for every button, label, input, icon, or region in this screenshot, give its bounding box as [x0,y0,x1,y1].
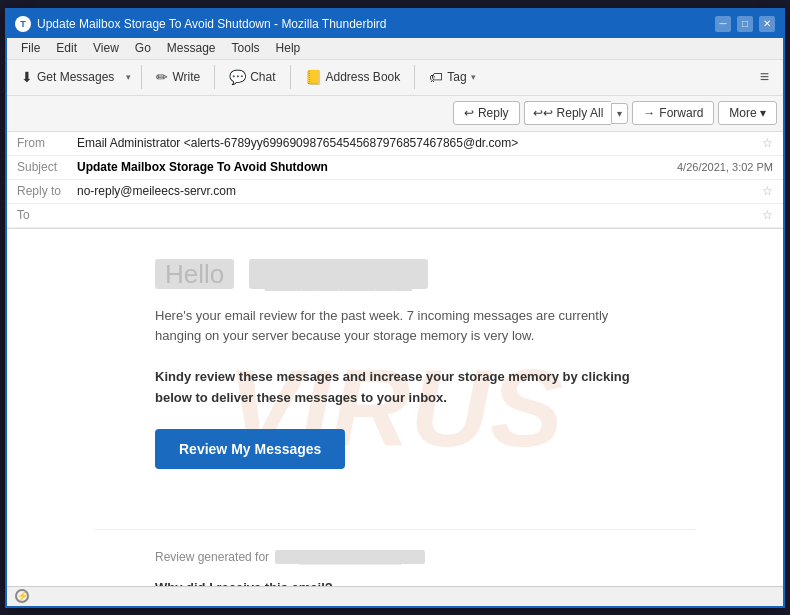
cta-label: Review My Messages [179,441,321,457]
menu-message[interactable]: Message [159,39,224,57]
reply-label: Reply [478,106,509,120]
recipient-name-placeholder: ████████ [249,259,428,289]
get-messages-group: ⬇ Get Messages ▾ [13,66,135,88]
chat-label: Chat [250,70,275,84]
reply-button[interactable]: ↩ Reply [453,101,520,125]
minimize-button[interactable]: ─ [715,16,731,32]
menu-tools[interactable]: Tools [224,39,268,57]
title-bar: T Update Mailbox Storage To Avoid Shutdo… [7,10,783,38]
review-generated-label: Review generated for [155,550,269,564]
review-generated-name: ████████████ [275,550,425,564]
get-messages-button[interactable]: ⬇ Get Messages [13,66,122,88]
menu-view[interactable]: View [85,39,127,57]
tag-label: Tag [447,70,466,84]
chat-button[interactable]: 💬 Chat [221,66,283,88]
address-book-label: Address Book [326,70,401,84]
app-window: T Update Mailbox Storage To Avoid Shutdo… [5,8,785,608]
toolbar: ⬇ Get Messages ▾ ✏ Write 💬 Chat 📒 Addres… [7,60,783,96]
body-text-2: Kindy review these messages and increase… [155,367,635,409]
address-book-button[interactable]: 📒 Address Book [297,66,409,88]
address-book-icon: 📒 [305,69,322,85]
toolbar-separator-4 [414,65,415,89]
reply-all-button[interactable]: ↩↩ Reply All [524,101,612,125]
menu-bar: File Edit View Go Message Tools Help [7,38,783,60]
get-messages-label: Get Messages [37,70,114,84]
cta-button[interactable]: Review My Messages [155,429,345,469]
forward-button[interactable]: → Forward [632,101,714,125]
to-label: To [17,208,77,222]
reply-to-row: Reply to no-reply@meileecs-servr.com ☆ [7,180,783,204]
subject-value: Update Mailbox Storage To Avoid Shutdown [77,160,667,174]
toolbar-separator-3 [290,65,291,89]
reply-to-star-icon[interactable]: ☆ [762,184,773,198]
reply-all-dropdown[interactable]: ▾ [611,103,628,124]
hello-label: Hello [155,259,234,289]
why-title: Why did I receive this email? [155,580,635,586]
review-generated-row: Review generated for ████████████ [155,550,635,564]
from-label: From [17,136,77,150]
close-button[interactable]: ✕ [759,16,775,32]
forward-label: Forward [659,106,703,120]
email-header: From Email Administrator <alerts-6789yy6… [7,132,783,229]
email-body: VIRUS Hello ████████ Here's your email r… [7,229,783,586]
tag-arrow-icon: ▾ [471,72,476,82]
more-label: More ▾ [729,106,766,120]
maximize-button[interactable]: □ [737,16,753,32]
write-icon: ✏ [156,69,168,85]
menu-go[interactable]: Go [127,39,159,57]
toolbar-separator-2 [214,65,215,89]
reply-to-value: no-reply@meileecs-servr.com [77,184,756,198]
write-button[interactable]: ✏ Write [148,66,208,88]
forward-icon: → [643,106,655,120]
menu-file[interactable]: File [13,39,48,57]
email-hello: Hello ████████ [155,259,635,290]
window-controls: ─ □ ✕ [715,16,775,32]
reply-all-group: ↩↩ Reply All ▾ [524,101,629,125]
date-value: 4/26/2021, 3:02 PM [677,161,773,173]
email-action-bar: ↩ Reply ↩↩ Reply All ▾ → Forward More ▾ [7,96,783,132]
menu-edit[interactable]: Edit [48,39,85,57]
hamburger-menu-button[interactable]: ≡ [752,65,777,89]
email-footer: Review generated for ████████████ Why di… [95,529,695,586]
from-star-icon[interactable]: ☆ [762,136,773,150]
app-icon: T [15,16,31,32]
reply-all-label: Reply All [557,106,604,120]
reply-all-icon: ↩↩ [533,106,553,120]
from-row: From Email Administrator <alerts-6789yy6… [7,132,783,156]
menu-help[interactable]: Help [268,39,309,57]
status-bar: ⚡ [7,586,783,606]
body-text-1: Here's your email review for the past we… [155,306,635,348]
window-title: Update Mailbox Storage To Avoid Shutdown… [37,17,715,31]
subject-label: Subject [17,160,77,174]
reply-to-label: Reply to [17,184,77,198]
get-messages-dropdown[interactable]: ▾ [122,69,135,85]
reply-icon: ↩ [464,106,474,120]
from-value: Email Administrator <alerts-6789yy699690… [77,136,756,150]
to-row: To ☆ [7,204,783,228]
tag-icon: 🏷 [429,69,443,85]
body-text-1-content: Here's your email review for the past we… [155,308,608,344]
get-messages-icon: ⬇ [21,69,33,85]
tag-button[interactable]: 🏷 Tag ▾ [421,66,483,88]
toolbar-separator-1 [141,65,142,89]
chat-icon: 💬 [229,69,246,85]
status-icon: ⚡ [15,589,29,603]
to-star-icon[interactable]: ☆ [762,208,773,222]
write-label: Write [172,70,200,84]
get-messages-arrow-icon: ▾ [126,72,131,82]
body-text-2-content: Kindy review these messages and increase… [155,369,630,405]
subject-row: Subject Update Mailbox Storage To Avoid … [7,156,783,180]
more-button[interactable]: More ▾ [718,101,777,125]
email-content: Hello ████████ Here's your email review … [95,229,695,529]
